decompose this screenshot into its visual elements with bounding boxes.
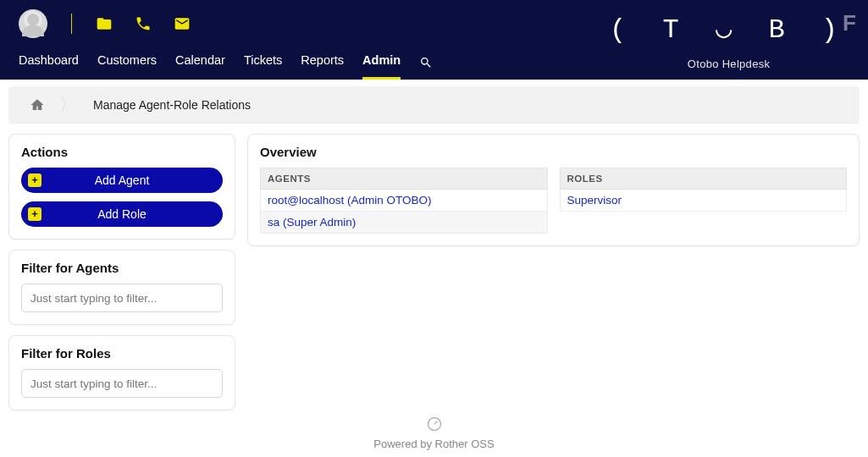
agents-header: AGENTS bbox=[261, 168, 548, 190]
agents-column: AGENTS root@localhost (Admin OTOBO) sa (… bbox=[260, 168, 548, 234]
brand-wordmark: ( T ◡ B ) bbox=[610, 12, 848, 46]
filter-roles-card: Filter for Roles bbox=[8, 335, 235, 410]
agent-link[interactable]: root@localhost (Admin OTOBO) bbox=[268, 194, 432, 206]
add-agent-button[interactable]: + Add Agent bbox=[21, 168, 223, 193]
plus-icon: + bbox=[28, 173, 41, 187]
add-agent-label: Add Agent bbox=[95, 173, 150, 187]
breadcrumb: 〉 Manage Agent-Role Relations bbox=[8, 86, 860, 124]
nav-tickets[interactable]: Tickets bbox=[244, 53, 282, 80]
filter-agents-input[interactable] bbox=[21, 284, 223, 312]
nav-reports[interactable]: Reports bbox=[301, 53, 344, 80]
avatar[interactable] bbox=[19, 9, 47, 38]
add-role-button[interactable]: + Add Role bbox=[21, 201, 223, 227]
role-link[interactable]: Supervisor bbox=[567, 194, 622, 206]
filter-agents-title: Filter for Agents bbox=[21, 261, 223, 275]
home-icon bbox=[30, 97, 45, 113]
roles-header: ROLES bbox=[560, 168, 847, 190]
filter-roles-input[interactable] bbox=[21, 369, 223, 398]
brand-logo: ( T ◡ B ) Otobo Helpdesk bbox=[610, 12, 848, 70]
table-row: root@localhost (Admin OTOBO) bbox=[261, 190, 548, 212]
gauge-icon bbox=[426, 416, 443, 432]
breadcrumb-current: Manage Agent-Role Relations bbox=[85, 98, 251, 112]
sidebar: Actions + Add Agent + Add Role Filter fo… bbox=[8, 134, 235, 410]
mail-icon[interactable] bbox=[174, 15, 191, 32]
nav-dashboard[interactable]: Dashboard bbox=[19, 53, 79, 80]
nav-customers[interactable]: Customers bbox=[97, 53, 157, 80]
footer-text: Powered by Rother OSS bbox=[0, 438, 868, 450]
app-header: F ( T ◡ B ) Otobo Helpdesk Dashboard Cus… bbox=[0, 0, 868, 80]
breadcrumb-home[interactable] bbox=[19, 97, 56, 113]
breadcrumb-separator-icon: 〉 bbox=[56, 93, 85, 116]
main-panel: Overview AGENTS root@localhost (Admin OT… bbox=[247, 134, 860, 410]
agent-link[interactable]: sa (Super Admin) bbox=[268, 216, 356, 228]
filter-agents-card: Filter for Agents bbox=[8, 250, 235, 325]
filter-roles-title: Filter for Roles bbox=[21, 346, 223, 361]
phone-icon[interactable] bbox=[135, 15, 152, 32]
nav-calendar[interactable]: Calendar bbox=[175, 53, 225, 80]
actions-card: Actions + Add Agent + Add Role bbox=[8, 134, 235, 240]
search-icon[interactable] bbox=[419, 56, 433, 69]
plus-icon: + bbox=[28, 207, 41, 221]
footer: Powered by Rother OSS bbox=[0, 416, 868, 450]
roles-column: ROLES Supervisor bbox=[560, 168, 848, 234]
table-row: Supervisor bbox=[560, 190, 847, 212]
brand-tagline: Otobo Helpdesk bbox=[610, 58, 848, 70]
actions-title: Actions bbox=[21, 145, 223, 159]
table-row: sa (Super Admin) bbox=[261, 212, 548, 234]
toolbar-divider bbox=[71, 14, 72, 34]
add-role-label: Add Role bbox=[97, 207, 147, 221]
nav-admin[interactable]: Admin bbox=[362, 53, 401, 80]
overview-title: Overview bbox=[260, 145, 847, 159]
folder-icon[interactable] bbox=[96, 15, 113, 32]
overview-card: Overview AGENTS root@localhost (Admin OT… bbox=[247, 134, 860, 246]
